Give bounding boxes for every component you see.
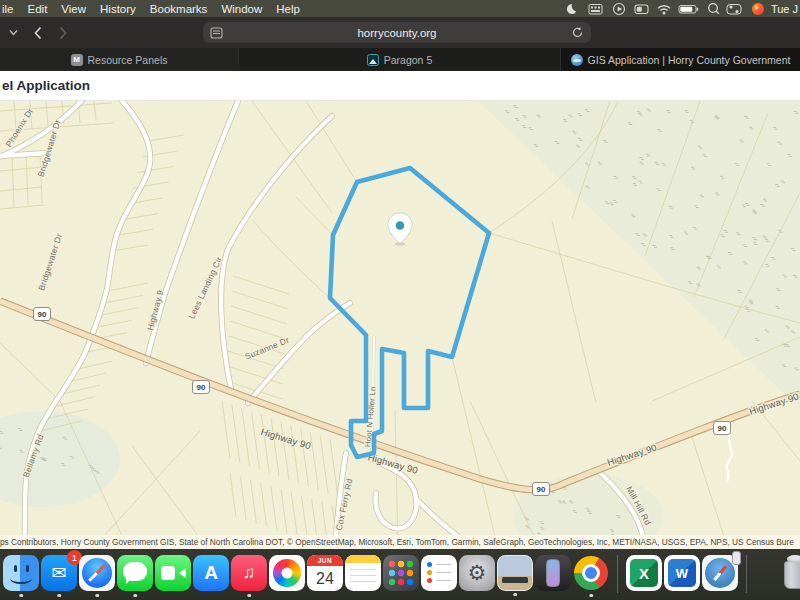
calendar-day: 24 [307,566,343,591]
word-icon[interactable]: W [664,555,700,591]
facetime-icon[interactable] [155,555,191,591]
calendar-month: JUN [307,555,343,566]
tab-favicon-paragon [367,54,379,66]
running-dot [95,594,99,598]
running-dot [589,594,593,598]
control-center-icon[interactable] [727,4,741,14]
menu-item-history[interactable]: History [93,3,143,15]
menu-item-edit[interactable]: Edit [21,3,55,15]
reader-page-icon[interactable] [210,27,223,39]
browser-toolbar: horrycounty.org [0,17,800,48]
app-store-icon[interactable]: A [193,555,229,591]
moon-icon[interactable] [567,3,576,13]
highway-90-shield: 90 [193,381,210,394]
menu-item-bookmarks[interactable]: Bookmarks [143,3,215,15]
excel-icon[interactable]: X [626,555,662,591]
tab-favicon-globe [571,54,583,66]
photos-icon[interactable] [269,555,305,591]
running-dot [57,594,61,598]
safari-icon[interactable] [79,555,115,591]
tab-gis-application[interactable]: GIS Application | Horry County Governmen… [560,48,800,71]
system-settings-icon[interactable]: ⚙ [459,555,495,591]
play-circle-icon[interactable] [613,3,624,14]
mail-icon[interactable]: ✉ 1 [41,555,77,591]
menu-item-help[interactable]: Help [269,3,307,15]
svg-text:90: 90 [718,424,727,433]
display-toggle-icon[interactable] [635,5,648,14]
wifi-icon[interactable] [658,5,670,14]
tab-favicon-m: M [71,54,83,66]
map-viewport[interactable]: Phoenix DrBridgewater DrBridgewater DrBe… [0,101,800,549]
phone-badge-icon [732,551,741,565]
page-header: el Application [0,71,800,101]
calendar-icon[interactable]: JUN 24 [307,555,343,591]
url-text[interactable]: horrycounty.org [223,27,571,39]
word-w-glyph: W [664,555,700,591]
forward-button[interactable] [57,25,69,41]
svg-text:90: 90 [38,310,47,319]
menu-item-window[interactable]: Window [214,3,269,15]
tab-label: GIS Application | Horry County Governmen… [588,54,791,66]
highway-90-shield: 90 [34,308,51,321]
url-bar[interactable]: horrycounty.org [203,22,591,43]
menu-bar: ileEditViewHistoryBookmarksWindowHelp [0,0,800,17]
finder-icon[interactable] [3,555,39,591]
tab-bar: M Resource Panels Paragon 5 GIS Applicat… [0,48,800,71]
back-button[interactable] [32,25,44,41]
app-colored-icon[interactable] [752,3,764,15]
dock-separator [617,555,618,593]
page-title: el Application [2,78,90,93]
safari-compass-icon[interactable] [702,555,738,591]
tab-overview-chevron-icon[interactable] [8,27,19,38]
tab-label: Paragon 5 [384,54,432,66]
svg-text:90: 90 [197,383,206,392]
reload-icon[interactable] [571,26,584,39]
dock-separator [746,555,747,593]
window-preview-icon[interactable] [497,555,533,591]
menu-items: ileEditViewHistoryBookmarksWindowHelp [0,3,307,15]
iphone-mirroring-icon[interactable] [535,555,571,591]
trash-icon[interactable] [777,555,800,591]
menu-status-area: Tue J [563,1,798,17]
status-icons [563,1,767,17]
gear-glyph: ⚙ [459,555,495,591]
dock: ✉ 1 A ♫ JUN 24 ⚙ X W [0,549,800,600]
menu-item-ile[interactable]: ile [0,3,21,15]
highway-90-shield: 90 [714,422,731,435]
launchpad-icon[interactable] [383,555,419,591]
running-dot [133,594,137,598]
excel-x-glyph: X [626,555,662,591]
reminders-icon[interactable] [421,555,457,591]
highway-90-shield: 90 [533,483,550,496]
gis-map[interactable]: Phoenix DrBridgewater DrBridgewater DrBe… [0,101,800,549]
tab-resource-panels[interactable]: M Resource Panels [0,48,238,71]
appstore-glyph: A [193,555,229,591]
notes-icon[interactable] [345,555,381,591]
music-icon[interactable]: ♫ [231,555,267,591]
map-attribution: ps Contributors, Horry County Government… [0,535,800,549]
tab-label: Resource Panels [88,54,168,66]
search-icon[interactable] [709,3,719,13]
messages-icon[interactable] [117,555,153,591]
battery-icon[interactable] [679,5,698,13]
running-dot [19,594,23,598]
tab-paragon-5[interactable]: Paragon 5 [238,48,560,71]
running-dot [247,594,251,598]
keyboard-grid-icon[interactable] [589,4,602,14]
chrome-icon[interactable] [573,555,609,591]
menu-clock[interactable]: Tue J [771,3,798,15]
svg-text:90: 90 [537,485,546,494]
music-note-glyph: ♫ [231,555,267,591]
menu-item-view[interactable]: View [54,3,93,15]
running-dot [513,593,517,597]
